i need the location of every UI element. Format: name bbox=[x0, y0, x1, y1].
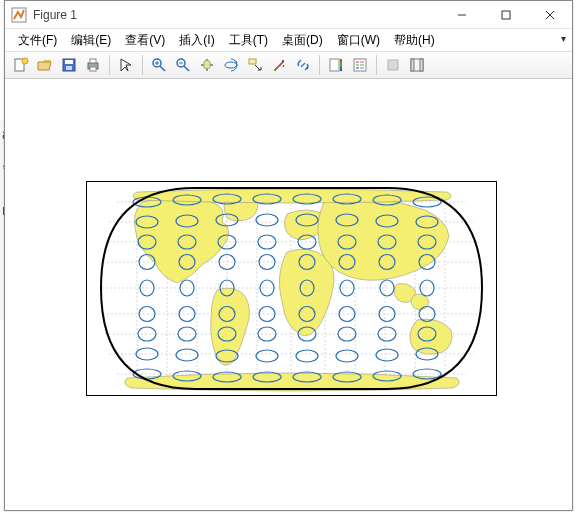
data-cursor-button[interactable] bbox=[243, 53, 267, 77]
menu-insert[interactable]: 插入(I) bbox=[172, 30, 221, 51]
toolbar bbox=[5, 51, 572, 79]
figure-window: Figure 1 文件(F) 编辑(E) 查看(V) 插入(I) 工具(T) 桌… bbox=[4, 0, 573, 511]
window-controls bbox=[440, 1, 572, 29]
svg-point-68 bbox=[256, 214, 278, 226]
save-button[interactable] bbox=[57, 53, 81, 77]
svg-point-6 bbox=[22, 58, 28, 64]
menu-file[interactable]: 文件(F) bbox=[11, 30, 64, 51]
rotate-3d-button[interactable] bbox=[219, 53, 243, 77]
brush-button[interactable] bbox=[267, 53, 291, 77]
menu-help[interactable]: 帮助(H) bbox=[387, 30, 442, 51]
svg-point-116 bbox=[256, 350, 278, 362]
svg-rect-2 bbox=[502, 11, 510, 19]
svg-point-119 bbox=[376, 349, 398, 361]
menu-desktop[interactable]: 桌面(D) bbox=[275, 30, 330, 51]
edit-plot-button[interactable] bbox=[114, 53, 138, 77]
svg-point-22 bbox=[282, 60, 284, 62]
svg-point-114 bbox=[176, 349, 198, 361]
link-data-button[interactable] bbox=[291, 53, 315, 77]
svg-rect-9 bbox=[66, 66, 72, 70]
toolbar-separator bbox=[142, 55, 143, 75]
pan-button[interactable] bbox=[195, 53, 219, 77]
axes-frame[interactable] bbox=[86, 181, 497, 396]
insert-colorbar-button[interactable] bbox=[324, 53, 348, 77]
svg-point-117 bbox=[296, 350, 318, 362]
window-title: Figure 1 bbox=[33, 8, 440, 22]
svg-rect-12 bbox=[90, 67, 96, 71]
close-button[interactable] bbox=[528, 1, 572, 29]
open-button[interactable] bbox=[33, 53, 57, 77]
toolbar-separator bbox=[376, 55, 377, 75]
svg-point-20 bbox=[225, 62, 237, 68]
svg-rect-21 bbox=[249, 59, 256, 64]
menubar: 文件(F) 编辑(E) 查看(V) 插入(I) 工具(T) 桌面(D) 窗口(W… bbox=[5, 29, 572, 51]
svg-line-23 bbox=[301, 63, 305, 67]
insert-legend-button[interactable] bbox=[348, 53, 372, 77]
menu-edit[interactable]: 编辑(E) bbox=[64, 30, 118, 51]
toolbar-separator bbox=[109, 55, 110, 75]
zoom-in-button[interactable] bbox=[147, 53, 171, 77]
hide-plot-tools-button[interactable] bbox=[381, 53, 405, 77]
svg-line-18 bbox=[184, 66, 189, 71]
minimize-button[interactable] bbox=[440, 1, 484, 29]
figure-canvas[interactable] bbox=[5, 80, 572, 510]
svg-rect-11 bbox=[90, 59, 96, 63]
maximize-button[interactable] bbox=[484, 1, 528, 29]
svg-rect-35 bbox=[411, 59, 414, 71]
menu-window[interactable]: 窗口(W) bbox=[330, 30, 387, 51]
menu-tools[interactable]: 工具(T) bbox=[222, 30, 275, 51]
svg-rect-36 bbox=[420, 59, 423, 71]
svg-rect-25 bbox=[340, 59, 342, 71]
show-plot-tools-button[interactable] bbox=[405, 53, 429, 77]
print-button[interactable] bbox=[81, 53, 105, 77]
svg-rect-24 bbox=[330, 59, 339, 71]
menu-dropdown-icon[interactable]: ▾ bbox=[561, 33, 566, 44]
zoom-out-button[interactable] bbox=[171, 53, 195, 77]
svg-rect-33 bbox=[388, 60, 398, 70]
svg-line-14 bbox=[160, 66, 165, 71]
menu-view[interactable]: 查看(V) bbox=[118, 30, 172, 51]
matlab-figure-icon bbox=[11, 7, 27, 23]
world-map-plot bbox=[87, 182, 496, 395]
toolbar-separator bbox=[319, 55, 320, 75]
new-figure-button[interactable] bbox=[9, 53, 33, 77]
titlebar[interactable]: Figure 1 bbox=[5, 1, 572, 29]
svg-rect-8 bbox=[65, 60, 73, 64]
